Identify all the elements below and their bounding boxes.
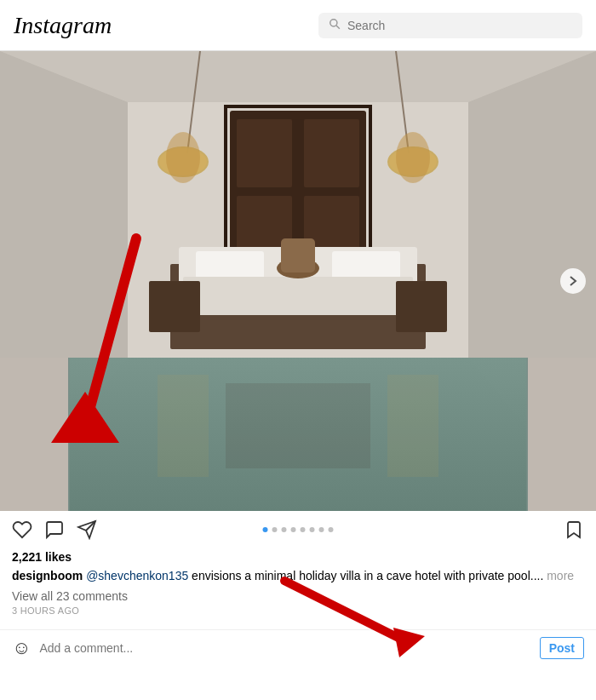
comment-input[interactable] <box>39 641 530 655</box>
search-input[interactable] <box>347 19 572 32</box>
svg-rect-21 <box>396 281 447 332</box>
comment-section: ☺ Post <box>0 629 596 666</box>
search-box[interactable] <box>318 13 582 38</box>
svg-rect-35 <box>528 358 596 511</box>
post-info: 2,221 likes designboom @shevchenkon135 e… <box>0 548 596 629</box>
post-mention[interactable]: @shevchenkon135 <box>86 569 188 582</box>
svg-point-25 <box>166 132 200 183</box>
likes-count: 2,221 likes <box>12 550 584 564</box>
dot-3 <box>282 527 287 532</box>
comment-button[interactable] <box>44 519 65 540</box>
svg-rect-19 <box>281 238 315 273</box>
dot-8 <box>329 527 334 532</box>
carousel-dots <box>263 527 334 532</box>
action-bar-wrapper <box>0 511 596 548</box>
svg-rect-17 <box>183 277 413 315</box>
svg-point-0 <box>330 19 337 26</box>
bookmark-button[interactable] <box>564 519 584 540</box>
post-image-container <box>0 51 596 511</box>
action-bar <box>0 511 596 548</box>
caption: designboom @shevchenkon135 envisions a m… <box>12 568 584 585</box>
svg-rect-37 <box>387 375 438 477</box>
post-comment-button[interactable]: Post <box>540 637 584 659</box>
like-button[interactable] <box>12 519 32 540</box>
dot-4 <box>291 527 296 532</box>
share-button[interactable] <box>77 519 97 540</box>
header: Instagram <box>0 0 596 51</box>
emoji-button[interactable]: ☺ <box>12 637 31 659</box>
dot-7 <box>319 527 324 532</box>
view-comments-link[interactable]: View all 23 comments <box>12 589 128 603</box>
post-username[interactable]: designboom <box>12 569 83 582</box>
dot-1 <box>263 527 268 532</box>
next-image-button[interactable] <box>560 268 586 294</box>
instagram-logo: Instagram <box>14 12 112 39</box>
svg-line-1 <box>336 26 340 29</box>
dot-2 <box>272 527 278 532</box>
svg-rect-38 <box>226 383 370 468</box>
svg-point-29 <box>396 132 430 183</box>
svg-rect-20 <box>149 281 200 332</box>
caption-text: envisions a minimal holiday villa in a c… <box>192 569 543 582</box>
svg-rect-10 <box>304 119 359 187</box>
svg-rect-36 <box>158 375 209 477</box>
svg-rect-9 <box>237 119 292 187</box>
dot-6 <box>310 527 315 532</box>
dot-5 <box>301 527 306 532</box>
time-ago: 3 HOURS AGO <box>12 605 584 616</box>
post-image <box>0 51 596 511</box>
search-icon <box>329 18 341 33</box>
more-link[interactable]: more <box>547 569 574 582</box>
action-left <box>12 519 97 540</box>
